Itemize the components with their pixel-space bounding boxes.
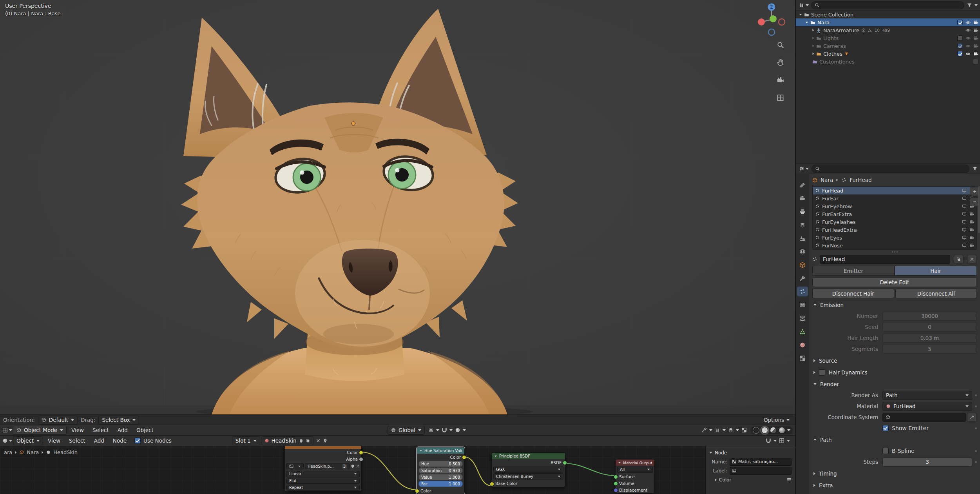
viewport-toggle-icon[interactable]	[962, 227, 967, 232]
tab-material-icon[interactable]	[797, 340, 808, 350]
shading-wireframe-icon[interactable]	[753, 427, 759, 434]
steps-field[interactable]: 3	[882, 458, 972, 467]
render-camera-icon[interactable]	[973, 28, 978, 33]
viewport-toggle-icon[interactable]	[962, 212, 967, 216]
options-dropdown[interactable]: Options	[764, 417, 790, 423]
properties-editor-icon[interactable]	[799, 166, 809, 171]
gizmo-z-neg[interactable]	[768, 29, 775, 35]
menu-object[interactable]: Object	[132, 427, 158, 433]
list-item[interactable]: FurEarExtra	[813, 210, 976, 218]
exclude-checkbox[interactable]	[957, 20, 963, 25]
show-gizmo-icon[interactable]	[715, 427, 720, 433]
b-spline-checkbox[interactable]	[882, 448, 889, 454]
outliner-search-input[interactable]	[811, 1, 964, 9]
viewport-canvas[interactable]: User Perspective (0) Nara | Nara : Base …	[0, 0, 795, 415]
material-slot-dropdown[interactable]: Slot 1	[232, 436, 260, 445]
volume-input-socket[interactable]	[614, 481, 618, 486]
shading-solid-icon[interactable]	[761, 427, 768, 434]
hide-eye-icon[interactable]	[966, 51, 971, 56]
menu-view[interactable]: View	[67, 427, 88, 433]
list-item[interactable]: FurNose	[813, 242, 976, 249]
render-as-dropdown[interactable]: Path	[882, 391, 972, 400]
disconnect-all-button[interactable]: Disconnect All	[895, 289, 977, 298]
list-item[interactable]: FurEar	[813, 194, 976, 202]
viewport-toggle-icon[interactable]	[962, 204, 967, 209]
hsv-node-header[interactable]: Hue Saturation Value	[417, 447, 464, 454]
shader-menu-select[interactable]: Select	[65, 438, 89, 444]
list-item[interactable]: FurHead	[813, 187, 976, 194]
eyedropper-icon[interactable]	[967, 413, 977, 422]
extension-dropdown[interactable]: Repeat	[286, 485, 360, 491]
hide-eye-icon[interactable]	[966, 28, 971, 33]
list-item[interactable]: FurHeadExtra	[813, 226, 976, 234]
coordinate-system-field[interactable]	[882, 413, 966, 422]
gizmo-y-axis[interactable]	[770, 15, 777, 22]
unlink-settings-button[interactable]	[967, 255, 977, 264]
tab-object-data-icon[interactable]	[797, 327, 808, 336]
node-name-field[interactable]: Matiz, saturação...	[730, 458, 792, 466]
color-presets-icon[interactable]	[786, 477, 792, 482]
distribution-dropdown[interactable]: GGX	[493, 467, 563, 473]
use-nodes-checkbox[interactable]	[134, 438, 141, 444]
shader-menu-add[interactable]: Add	[90, 438, 108, 444]
fake-user-shield-icon[interactable]	[299, 439, 303, 443]
tab-physics-icon[interactable]	[797, 300, 808, 310]
properties-search-input[interactable]	[812, 165, 969, 173]
shading-material-icon[interactable]	[770, 427, 777, 434]
outliner-row-clothes[interactable]: Clothes	[796, 50, 980, 58]
drag-dropdown[interactable]: Select Box	[98, 416, 139, 425]
outliner-row-lights[interactable]: Lights	[796, 34, 980, 42]
viewport-display-section-header[interactable]: Viewport Display	[812, 492, 977, 494]
viewport-toggle-icon[interactable]	[962, 235, 967, 240]
menu-add[interactable]: Add	[114, 427, 132, 433]
projection-dropdown[interactable]: Flat	[286, 478, 360, 484]
navigation-gizmo[interactable]: Z	[755, 2, 788, 36]
properties-scrollbar[interactable]	[978, 186, 980, 233]
properties-filter-icon[interactable]	[972, 166, 978, 171]
disconnect-hair-button[interactable]: Disconnect Hair	[812, 289, 894, 298]
hair-dynamics-checkbox[interactable]	[819, 369, 825, 376]
shading-rendered-icon[interactable]	[779, 427, 785, 434]
color-output-socket[interactable]	[359, 450, 363, 455]
tab-tool-icon[interactable]	[797, 180, 808, 190]
base-color-input-socket[interactable]	[490, 482, 494, 486]
exclude-checkbox[interactable]	[973, 59, 978, 64]
show-overlays-icon[interactable]	[728, 427, 734, 433]
tab-object-icon[interactable]	[797, 260, 808, 270]
outliner-editor-icon[interactable]	[799, 2, 809, 8]
viewport-toggle-icon[interactable]	[962, 188, 967, 193]
show-emitter-toggle[interactable]: Show Emitter	[882, 425, 972, 431]
render-toggle-icon[interactable]	[969, 227, 974, 232]
surface-input-socket[interactable]	[614, 475, 618, 479]
pivot-point-icon[interactable]	[428, 427, 434, 433]
tab-viewlayer-icon[interactable]	[797, 220, 808, 230]
list-item[interactable]: FurEyes	[813, 234, 976, 242]
unlink-material-icon[interactable]	[316, 438, 321, 443]
node-panel-header[interactable]: Node	[709, 448, 792, 457]
bsdf-output-socket[interactable]	[563, 461, 567, 465]
outliner-row-scene-collection[interactable]: Scene Collection	[796, 11, 980, 18]
tab-render-icon[interactable]	[797, 193, 808, 203]
interpolation-dropdown[interactable]: Linear	[286, 471, 360, 477]
particle-settings-name-field[interactable]: FurHead	[820, 255, 950, 264]
shader-type-dropdown[interactable]: Object	[13, 436, 43, 445]
emitter-toggle-button[interactable]: Emitter	[812, 266, 895, 276]
tab-scene-icon[interactable]	[797, 233, 808, 243]
segments-field[interactable]: 5	[882, 345, 977, 354]
orientation-dropdown[interactable]: Default	[38, 416, 78, 425]
image-node-header[interactable]	[285, 446, 361, 449]
hide-eye-icon[interactable]	[966, 36, 971, 41]
pin-icon[interactable]	[323, 438, 328, 443]
hair-dynamics-section-header[interactable]: Hair Dynamics	[812, 367, 977, 378]
menu-select[interactable]: Select	[89, 427, 113, 433]
render-camera-icon[interactable]	[973, 20, 978, 25]
displacement-input-socket[interactable]	[614, 488, 618, 492]
selectability-icon[interactable]	[701, 427, 707, 433]
viewport-toggle-icon[interactable]	[962, 243, 967, 248]
snap-magnet-icon[interactable]	[442, 427, 447, 433]
delete-edit-button[interactable]: Delete Edit	[812, 277, 977, 287]
exclude-checkbox[interactable]	[957, 35, 963, 41]
list-item[interactable]: FurEyelashes	[813, 218, 976, 226]
proportional-edit-icon[interactable]	[455, 427, 460, 433]
xray-toggle-icon[interactable]	[741, 427, 747, 433]
